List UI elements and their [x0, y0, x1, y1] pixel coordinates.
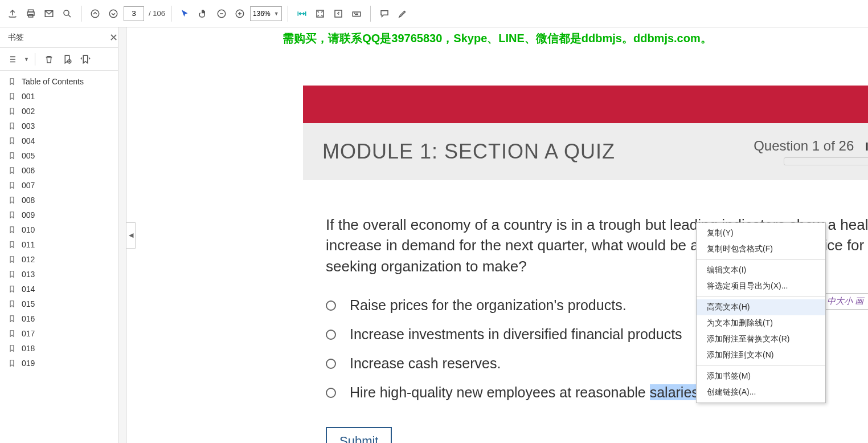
page-down-icon[interactable]: [105, 6, 121, 22]
bookmark-icon: [8, 181, 16, 190]
bookmark-item[interactable]: 005: [0, 148, 126, 163]
comment-icon[interactable]: [376, 6, 392, 22]
collapse-sidebar-handle[interactable]: ◀: [126, 222, 136, 249]
bookmark-label: 001: [22, 92, 35, 101]
svg-rect-10: [335, 10, 342, 17]
bookmark-item[interactable]: 013: [0, 267, 126, 282]
trash-icon[interactable]: [41, 51, 57, 67]
context-menu-item[interactable]: 添加附注到文本(N): [697, 347, 825, 363]
expand-bookmarks-icon[interactable]: [77, 51, 93, 67]
bookmark-item[interactable]: 007: [0, 178, 126, 193]
context-menu-item[interactable]: 创建链接(A)...: [697, 384, 825, 400]
submit-button[interactable]: Submit: [326, 427, 392, 443]
bookmark-icon: [8, 240, 16, 249]
sidebar-tools: ▼: [0, 48, 126, 71]
bookmark-icon: [8, 299, 16, 308]
bookmark-label: 003: [22, 121, 35, 131]
context-menu: 复制(Y)复制时包含格式(F)编辑文本(I)将选定项目导出为(X)...高亮文本…: [696, 222, 826, 403]
progress-bar: [784, 157, 868, 165]
bookmarks-sidebar: 书签 ✕ ▼ Table of Contents0010020030040050…: [0, 27, 126, 443]
zoom-in-icon[interactable]: [232, 6, 248, 22]
bookmark-item[interactable]: 019: [0, 356, 126, 371]
context-menu-item[interactable]: 添加附注至替换文本(R): [697, 331, 825, 347]
menu-separator: [697, 296, 825, 297]
search-icon[interactable]: [59, 6, 75, 22]
page-total: / 106: [149, 9, 165, 18]
module-title: MODULE 1: SECTION A QUIZ: [322, 140, 615, 164]
selected-text: salaries: [650, 384, 699, 400]
question-number: Question 1 of 26: [754, 138, 854, 154]
radio-icon[interactable]: [326, 330, 336, 340]
bookmark-item[interactable]: 017: [0, 326, 126, 341]
menu-separator: [697, 259, 825, 260]
bookmark-item[interactable]: 018: [0, 341, 126, 356]
highlight-tool-icon[interactable]: [395, 6, 411, 22]
fit-width-icon[interactable]: [294, 6, 310, 22]
bookmark-item[interactable]: 011: [0, 237, 126, 252]
print-icon[interactable]: [23, 6, 39, 22]
fullscreen-icon[interactable]: [330, 6, 346, 22]
bookmark-icon: [8, 151, 16, 160]
context-menu-item[interactable]: 为文本加删除线(T): [697, 315, 825, 331]
fit-page-icon[interactable]: [312, 6, 328, 22]
bookmark-icon: [8, 359, 16, 368]
content-area: ◀ 需购买，请联系QQ是39765830，Skype、LINE、微信都是ddbm…: [126, 27, 868, 443]
context-menu-item[interactable]: 添加书签(M): [697, 368, 825, 384]
svg-point-6: [109, 10, 117, 18]
hand-tool-icon[interactable]: [195, 6, 211, 22]
red-banner: [303, 86, 868, 123]
bookmark-item[interactable]: 003: [0, 119, 126, 133]
sidebar-scrollbar[interactable]: [118, 27, 126, 443]
bookmark-item[interactable]: 010: [0, 222, 126, 237]
keyboard-icon[interactable]: [349, 6, 365, 22]
option-text: Increase investments in diversified fina…: [350, 326, 682, 343]
bookmark-item[interactable]: Table of Contents: [0, 74, 126, 89]
zoom-select[interactable]: 136%▼: [250, 6, 282, 21]
context-menu-item[interactable]: 将选定项目导出为(X)...: [697, 278, 825, 294]
page-up-icon[interactable]: [87, 6, 103, 22]
add-bookmark-icon[interactable]: [59, 51, 75, 67]
context-menu-item[interactable]: 复制时包含格式(F): [697, 241, 825, 257]
bookmark-label: 002: [22, 107, 35, 116]
item-id: Item: 1-a-4-1-01: [865, 140, 868, 153]
context-menu-item[interactable]: 编辑文本(I): [697, 262, 825, 278]
option-text: Increase cash reserves.: [350, 355, 501, 372]
radio-icon[interactable]: [326, 300, 336, 311]
svg-point-4: [64, 10, 69, 15]
option-text: Hire high-quality new employees at reaso…: [350, 384, 703, 401]
bookmark-list[interactable]: Table of Contents00100200300400500600700…: [0, 71, 126, 443]
radio-icon[interactable]: [326, 388, 336, 398]
zoom-out-icon[interactable]: [214, 6, 230, 22]
bookmark-icon: [8, 92, 16, 101]
separator: [81, 6, 81, 22]
menu-separator: [697, 365, 825, 366]
radio-icon[interactable]: [326, 359, 336, 369]
bookmark-item[interactable]: 015: [0, 296, 126, 311]
main: 书签 ✕ ▼ Table of Contents0010020030040050…: [0, 27, 868, 443]
bookmark-item[interactable]: 008: [0, 193, 126, 208]
bookmark-icon: [8, 77, 16, 86]
upload-icon[interactable]: [5, 6, 21, 22]
separator: [288, 6, 288, 22]
bookmark-item[interactable]: 004: [0, 133, 126, 148]
context-menu-item[interactable]: 高亮文本(H): [697, 299, 825, 315]
close-icon[interactable]: ✕: [109, 31, 118, 44]
context-menu-item[interactable]: 复制(Y): [697, 225, 825, 241]
bookmark-item[interactable]: 006: [0, 163, 126, 178]
select-tool-icon[interactable]: [177, 6, 193, 22]
bookmark-icon: [8, 107, 16, 116]
bookmark-item[interactable]: 001: [0, 89, 126, 104]
bookmark-item[interactable]: 012: [0, 252, 126, 267]
outline-icon[interactable]: [6, 51, 22, 67]
bookmark-item[interactable]: 014: [0, 282, 126, 296]
page-input[interactable]: [124, 6, 144, 21]
bookmark-label: 012: [22, 255, 35, 264]
zoom-value: 136%: [253, 10, 271, 18]
mail-icon[interactable]: [41, 6, 57, 22]
watermark-text: 需购买，请联系QQ是39765830，Skype、LINE、微信都是ddbmjs…: [126, 31, 868, 46]
bookmark-label: 014: [22, 285, 35, 294]
bookmark-item[interactable]: 009: [0, 208, 126, 222]
bookmark-item[interactable]: 002: [0, 104, 126, 119]
separator: [370, 6, 371, 22]
bookmark-item[interactable]: 016: [0, 311, 126, 326]
